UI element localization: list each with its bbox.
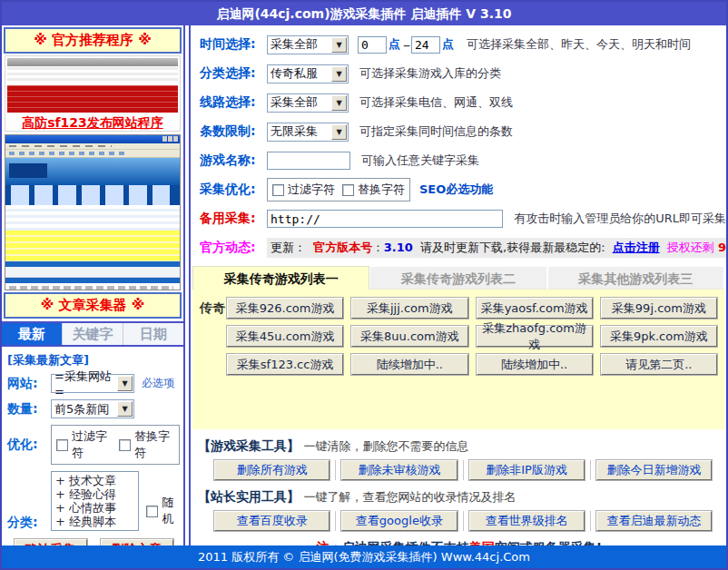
- replace-chars-checkbox[interactable]: [119, 439, 131, 451]
- collect-game-button[interactable]: 陆续增加中..: [477, 354, 593, 375]
- time-to-input[interactable]: [411, 36, 440, 54]
- tab-keyword[interactable]: 关键字: [62, 323, 123, 345]
- tab-game-list-3[interactable]: 采集其他游戏列表三: [547, 266, 724, 290]
- range-dash: –: [403, 36, 410, 54]
- line-select[interactable]: 采集全部 ▼: [267, 93, 349, 113]
- game-name-input[interactable]: [267, 152, 350, 170]
- article-collector-header: ※ 文章采集器 ※: [4, 292, 182, 319]
- check-qidi-news-button[interactable]: 查看启迪最新动态: [596, 511, 712, 531]
- line-select-row: 线路选择: 采集全部 ▼ 可选择采集电信、网通、双线: [200, 92, 726, 113]
- limit-select[interactable]: 无限采集 ▼: [267, 123, 349, 142]
- count-select[interactable]: 前5条新闻 ▼: [51, 399, 134, 418]
- news-prefix: 更新：: [271, 241, 306, 254]
- replace-chars-checkbox[interactable]: [342, 184, 354, 196]
- hour-label: 点: [442, 36, 454, 53]
- backup-collect-label: 备用采集:: [200, 211, 267, 227]
- tab-latest[interactable]: 最新: [2, 323, 62, 345]
- promo-site-link[interactable]: 高防sf123发布网站程序: [5, 114, 180, 131]
- delete-all-games-button[interactable]: 删除所有游戏: [214, 460, 330, 480]
- mini-site-logo: [9, 163, 47, 178]
- category-option[interactable]: + 技术文章: [55, 474, 134, 487]
- line-select-label: 线路选择:: [200, 94, 267, 111]
- delete-today-games-button[interactable]: 删除今日新增游戏: [596, 460, 712, 480]
- optimize-label: 优化:: [7, 437, 51, 453]
- chevron-down-icon[interactable]: ▼: [331, 95, 347, 111]
- tab-game-list-2[interactable]: 采集传奇游戏列表二: [369, 266, 546, 290]
- promo-header: ※ 官方推荐程序 ※: [4, 27, 182, 54]
- chevron-down-icon[interactable]: ▼: [117, 401, 133, 417]
- line-hint: 可选择采集电信、网通、双线: [359, 94, 513, 111]
- article-collector-thumbnail[interactable]: [5, 134, 181, 290]
- tools-section: 【游戏采集工具】 一键清除，删除您不需要的信息 删除所有游戏 删除未审核游戏 删…: [191, 429, 726, 545]
- promo-site-thumbnail[interactable]: 高防sf123发布网站程序: [5, 55, 181, 132]
- category-option[interactable]: + 心情故事: [55, 501, 134, 515]
- category-select-label: 分类选择:: [200, 65, 267, 82]
- collect-game-button[interactable]: 采集jjj.com游戏: [351, 298, 467, 319]
- article-collect-form: [采集最新文章] 网站: =采集网站= ▼ 必选项 数量: 前5条新闻 ▼ 优化…: [2, 347, 183, 560]
- news-body: 请及时更新下载,获得最新最稳定的:: [420, 241, 605, 254]
- site-select[interactable]: =采集网站= ▼: [51, 374, 134, 393]
- count-row: 数量: 前5条新闻 ▼: [7, 399, 180, 418]
- delete-unreviewed-games-button[interactable]: 删除未审核游戏: [341, 460, 457, 480]
- collect-game-button[interactable]: 采集sf123.cc游戏: [227, 354, 343, 375]
- game-name-label: 游戏名称:: [200, 152, 267, 169]
- collect-game-button[interactable]: 采集8uu.com游戏: [351, 326, 467, 347]
- category-select[interactable]: 传奇私服 ▼: [267, 64, 349, 84]
- collect-game-button[interactable]: 采集9pk.com游戏: [601, 326, 717, 347]
- news-version-sep: :: [376, 241, 379, 254]
- limit-select-row: 条数限制: 无限采集 ▼ 可指定采集同时间信息的条数: [200, 121, 726, 142]
- check-google-index-button[interactable]: 查看google收录: [341, 511, 457, 531]
- filter-chars-checkbox[interactable]: [56, 439, 68, 451]
- category-listbox[interactable]: + 技术文章 + 经验心得 + 心情故事 + 经典脚本: [51, 471, 139, 531]
- optimize-row: 优化: 过滤字符 替换字符: [7, 425, 180, 465]
- filter-chars-checkbox[interactable]: [272, 184, 284, 196]
- webmaster-tools-title-row: 【站长实用工具】 一键了解，查看您网站的收录情况及排名: [198, 489, 721, 506]
- game-name-hint: 可输入任意关键字采集: [361, 152, 479, 169]
- game-list-panel: 传奇 采集926.com游戏 采集jjj.com游戏 采集yaosf.com游戏…: [192, 290, 724, 429]
- chevron-down-icon[interactable]: ▼: [331, 66, 347, 82]
- site-row: 网站: =采集网站= ▼ 必选项: [7, 374, 180, 393]
- check-baidu-index-button[interactable]: 查看百度收录: [214, 511, 330, 531]
- mini-site-nav: [5, 185, 180, 205]
- window-titlebar: 启迪网(44cj.com)游戏采集插件 启迪插件 V 3.10: [2, 2, 726, 25]
- thumbnail-header-bar: [7, 58, 178, 66]
- mini-window-buttons-icon: [162, 136, 179, 142]
- tool-cell: 删除未审核游戏: [336, 460, 463, 480]
- chevron-down-icon[interactable]: ▼: [331, 124, 347, 140]
- replace-chars-label: 替换字符: [134, 428, 174, 461]
- category-option[interactable]: + 经典脚本: [55, 515, 134, 528]
- tab-game-list-1[interactable]: 采集传奇游戏列表一: [192, 266, 369, 290]
- random-checkbox-wrap: 随机: [146, 495, 180, 527]
- official-news-row: 官方动态: 更新： 官方版本号 : 3.10 请及时更新下载,获得最新最稳定的:…: [200, 237, 726, 259]
- check-world-rank-button[interactable]: 查看世界级排名: [469, 511, 585, 531]
- webmaster-tools-desc: 一键了解，查看您网站的收录情况及排名: [303, 490, 516, 504]
- backup-url-input[interactable]: [267, 210, 503, 228]
- collect-game-button[interactable]: 请见第二页..: [601, 354, 717, 375]
- main-panel: 时间选择: 采集全部 ▼ 点– 点 可选择采集全部、昨天、今天、明天和时间 分类…: [189, 25, 726, 545]
- collect-game-button[interactable]: 采集926.com游戏: [227, 298, 343, 319]
- auth-remaining-text: 授权还剩: [667, 241, 714, 254]
- collect-game-button[interactable]: 采集99j.com游戏: [601, 298, 717, 319]
- auth-days-value: 995: [718, 241, 726, 254]
- game-list-tab-bar: 采集传奇游戏列表一 采集传奇游戏列表二 采集其他游戏列表三: [192, 266, 724, 290]
- random-checkbox[interactable]: [146, 506, 158, 517]
- mini-browser-page: [5, 158, 180, 290]
- collect-game-button[interactable]: 采集zhaofg.com游戏: [477, 326, 593, 347]
- time-select[interactable]: 采集全部 ▼: [267, 35, 349, 54]
- time-from-input[interactable]: [358, 36, 387, 54]
- collect-game-button[interactable]: 采集45u.com游戏: [227, 326, 343, 347]
- limit-select-label: 条数限制:: [200, 123, 267, 140]
- register-link[interactable]: 点击注册: [613, 241, 660, 254]
- category-option[interactable]: + 经验心得: [55, 487, 134, 501]
- sidebar-tab-bar: 最新 关键字 日期: [2, 321, 183, 347]
- tab-date[interactable]: 日期: [123, 323, 183, 345]
- app-window: 启迪网(44cj.com)游戏采集插件 启迪插件 V 3.10 ※ 官方推荐程序…: [0, 0, 728, 570]
- chevron-down-icon[interactable]: ▼: [331, 37, 347, 53]
- collect-game-button[interactable]: 采集yaosf.com游戏: [477, 298, 593, 319]
- delete-non-ip-games-button[interactable]: 删除非IP版游戏: [469, 460, 585, 480]
- mini-footer-links: [5, 283, 180, 290]
- count-select-value: 前5条新闻: [54, 401, 109, 418]
- chevron-down-icon[interactable]: ▼: [117, 376, 133, 391]
- game-name-row: 游戏名称: 可输入任意关键字采集: [200, 150, 726, 172]
- collect-game-button[interactable]: 陆续增加中..: [351, 354, 467, 375]
